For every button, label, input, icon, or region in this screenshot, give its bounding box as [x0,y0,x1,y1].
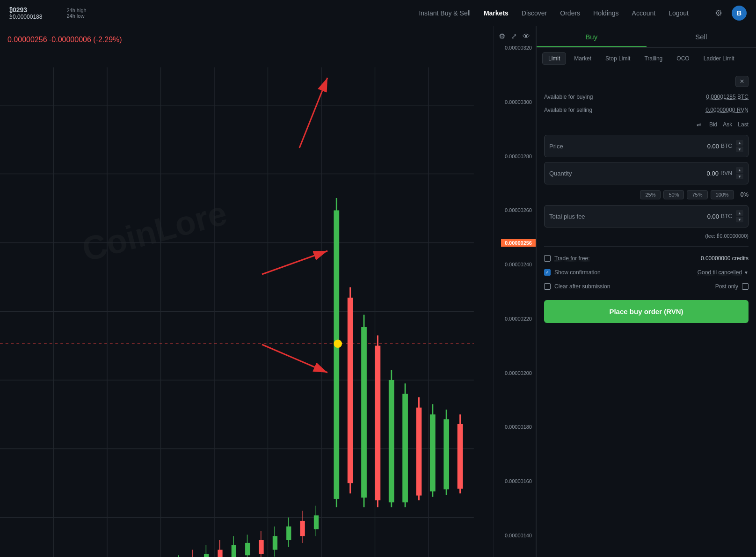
svg-rect-47 [218,550,222,557]
total-down-spinner[interactable]: ▼ [736,217,743,222]
svg-rect-63 [334,210,339,499]
order-type-stop-limit[interactable]: Stop Limit [599,52,636,65]
clear-after-checkbox[interactable] [544,283,551,290]
nav-orders[interactable]: Orders [560,9,580,17]
nav-discover[interactable]: Discover [522,9,547,17]
last-option[interactable]: Last [738,121,749,128]
gtc-chevron-icon: ▼ [744,270,749,275]
total-input-group[interactable]: Total plus fee 0.00 BTC ▲ ▼ [544,205,749,227]
price-tick-6: 0.00000220 [496,316,532,322]
high-label: 24h high [66,7,86,13]
pct-75-button[interactable]: 75% [687,190,707,199]
nav-icon-group: ⚙ B [711,6,747,21]
divider-1 [544,246,749,247]
top-navigation: ₿0293 ₿0.00000188 24h high 24h low Insta… [0,0,756,26]
svg-rect-69 [375,346,381,500]
main-layout: CoinLore 0.00000256 -0.00000006 (-2.29%)… [0,26,756,557]
good-til-cancelled-dropdown[interactable]: Good til cancelled ▼ [698,269,749,276]
order-type-trailing[interactable]: Trailing [638,52,669,65]
svg-rect-45 [204,554,209,557]
quantity-up-spinner[interactable]: ▲ [736,167,743,173]
ask-option[interactable]: Ask [723,121,732,128]
bid-option[interactable]: Bid [709,121,717,128]
show-confirmation-checkbox[interactable] [544,269,551,276]
nav-markets[interactable]: Markets [484,9,509,17]
place-order-button[interactable]: Place buy order (RVN) [544,300,749,323]
ticker-symbol: ₿0293 [9,6,42,14]
trade-free-row: Trade for free: 0.00000000 credits [544,253,749,264]
order-type-market[interactable]: Market [568,52,597,65]
settings-icon-button[interactable]: ⚙ [711,6,726,21]
percentage-row: 25% 50% 75% 100% 0% [544,189,749,200]
svg-rect-53 [259,540,263,554]
sell-tab[interactable]: Sell [647,26,756,47]
order-type-ladder[interactable]: Ladder Limit [698,52,741,65]
available-buying-value: 0.00001285 BTC [706,94,749,100]
quantity-currency: RVN [720,170,732,176]
quantity-input-group[interactable]: Quantity 0.00 RVN ▲ ▼ [544,162,749,184]
pct-50-button[interactable]: 50% [663,190,684,199]
price-tick-3: 0.00000280 [496,154,532,159]
svg-rect-55 [273,536,277,550]
svg-rect-51 [245,543,250,555]
price-down-spinner[interactable]: ▼ [736,147,743,152]
clear-button[interactable]: ✕ [735,76,749,87]
show-confirmation-label: Show confirmation [554,269,601,276]
total-value: 0.00 [707,213,719,220]
price-input-group[interactable]: Price 0.00 BTC ▲ ▼ [544,135,749,157]
price-tick-9: 0.00000160 [496,478,532,484]
price-tick-10: 0.00000140 [496,533,532,538]
price-tick-4: 0.00000260 [496,207,532,213]
nav-instant-buy[interactable]: Instant Buy & Sell [419,9,471,17]
post-only-label: Post only [715,283,738,290]
trade-free-label[interactable]: Trade for free: [554,255,590,262]
available-selling-label: Available for selling [544,107,592,113]
total-spinners: ▲ ▼ [736,210,743,222]
total-up-spinner[interactable]: ▲ [736,210,743,216]
pct-active-display: 0% [741,191,749,198]
pct-25-button[interactable]: 25% [640,190,661,199]
svg-point-82 [334,339,342,348]
fee-label: (fee: ₿0.00000000) [705,233,749,239]
trade-free-left: Trade for free: [544,255,590,262]
order-type-limit[interactable]: Limit [542,52,566,65]
trade-free-checkbox[interactable] [544,255,551,262]
price-axis: 0.00000320 0.00000300 0.00000280 0.00000… [494,26,536,557]
clear-after-label: Clear after submission [554,283,610,290]
order-type-oco[interactable]: OCO [670,52,695,65]
price-tick-8: 0.00000180 [496,424,532,430]
svg-rect-57 [286,527,291,540]
order-type-tabs: Limit Market Stop Limit Trailing OCO Lad… [537,48,756,69]
price-tick-2: 0.00000300 [496,99,532,105]
nav-brand: ₿0293 ₿0.00000188 [9,6,42,20]
price-spinners: ▲ ▼ [736,140,743,152]
price-value: 0.00 [707,143,719,150]
credits-value: 0.00000000 credits [701,255,749,262]
svg-rect-81 [458,424,463,489]
svg-rect-73 [402,394,408,502]
show-confirmation-row: Show confirmation Good til cancelled ▼ [544,268,749,277]
price-up-spinner[interactable]: ▲ [736,140,743,146]
svg-rect-67 [361,327,367,498]
available-buying-label: Available for buying [544,94,593,100]
pct-100-button[interactable]: 100% [711,190,734,199]
low-label: 24h low [66,13,86,19]
clear-after-left: Clear after submission [544,283,610,290]
user-avatar-button[interactable]: B [732,6,747,21]
clear-icon-row: ✕ [544,75,749,88]
bid-ask-settings-icon[interactable]: ⇌ [694,121,704,128]
quantity-value: 0.00 [707,170,719,177]
nav-24h: 24h high 24h low [66,7,86,19]
fee-info: (fee: ₿0.00000000) [544,232,749,240]
post-only-checkbox[interactable] [742,283,749,290]
quantity-down-spinner[interactable]: ▼ [736,174,743,179]
price-tick-7: 0.00000200 [496,370,532,376]
available-selling-value: 0.00000000 RVN [705,107,749,113]
nav-logout[interactable]: Logout [669,9,689,17]
svg-rect-75 [416,408,422,496]
svg-rect-49 [232,545,236,557]
post-only-container: Post only [715,282,749,291]
nav-holdings[interactable]: Holdings [593,9,618,17]
nav-account[interactable]: Account [632,9,656,17]
buy-tab[interactable]: Buy [537,26,647,47]
